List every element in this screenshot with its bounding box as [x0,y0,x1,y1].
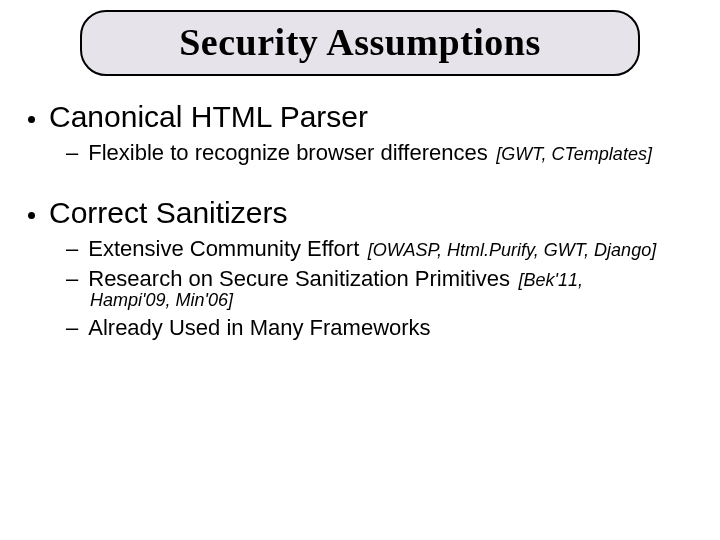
sub-bullet-text: Research on Secure Sanitization Primitiv… [88,266,510,291]
sub-list: – Extensive Community Effort [OWASP, Htm… [28,236,700,341]
dash-icon: – [66,268,78,290]
list-item: Correct Sanitizers – Extensive Community… [28,196,700,341]
sub-bullet-text: Already Used in Many Frameworks [88,315,430,341]
dash-icon: – [66,238,78,260]
list-item: – Extensive Community Effort [OWASP, Htm… [66,236,700,262]
bullet-list: Canonical HTML Parser – Flexible to reco… [20,100,700,341]
dash-icon: – [66,317,78,339]
sub-bullet-text: Flexible to recognize browser difference… [88,140,487,165]
citation: [Bek'11, [519,270,583,290]
citation-continued: Hampi'09, Min'06] [66,290,700,311]
list-item: – Already Used in Many Frameworks [66,315,700,341]
sub-bullet-text: Extensive Community Effort [88,236,359,261]
bullet-text: Correct Sanitizers [49,196,287,230]
list-item: – Research on Secure Sanitization Primit… [66,266,700,311]
slide-title-box: Security Assumptions [80,10,640,76]
slide-title: Security Assumptions [92,20,628,64]
list-item: – Flexible to recognize browser differen… [66,140,700,166]
bullet-disc-icon [28,116,35,123]
citation: [GWT, CTemplates] [496,144,652,164]
list-item: Canonical HTML Parser – Flexible to reco… [28,100,700,166]
dash-icon: – [66,142,78,164]
bullet-disc-icon [28,212,35,219]
bullet-text: Canonical HTML Parser [49,100,368,134]
sub-list: – Flexible to recognize browser differen… [28,140,700,166]
citation: [OWASP, Html.Purify, GWT, Django] [368,240,656,260]
